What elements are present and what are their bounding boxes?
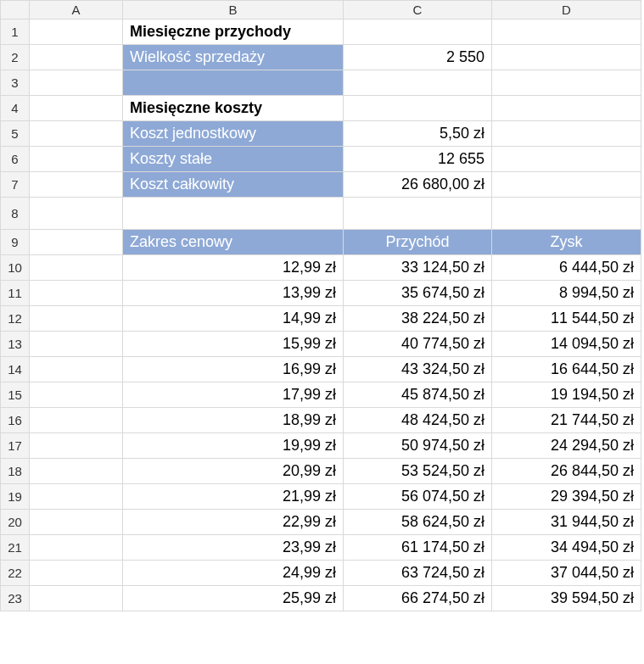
row-header[interactable]: 12: [1, 306, 30, 332]
cell-B21[interactable]: 23,99 zł: [123, 535, 344, 561]
cell-D8[interactable]: [492, 198, 641, 230]
cell-D6[interactable]: [492, 147, 641, 172]
cell-D17[interactable]: 24 294,50 zł: [492, 433, 641, 459]
cell-D13[interactable]: 14 094,50 zł: [492, 332, 641, 357]
cell-B17[interactable]: 19,99 zł: [123, 433, 344, 459]
cell-C4[interactable]: [344, 96, 492, 121]
row-header[interactable]: 5: [1, 121, 30, 147]
cell-D14[interactable]: 16 644,50 zł: [492, 357, 641, 382]
cell-C19[interactable]: 56 074,50 zł: [344, 484, 492, 510]
cell-D12[interactable]: 11 544,50 zł: [492, 306, 641, 332]
cell-A7[interactable]: [30, 172, 123, 198]
row-header[interactable]: 7: [1, 172, 30, 198]
cell-D18[interactable]: 26 844,50 zł: [492, 459, 641, 484]
cell-A10[interactable]: [30, 255, 123, 281]
row-header[interactable]: 18: [1, 459, 30, 484]
cell-B9[interactable]: Zakres cenowy: [123, 230, 344, 255]
row-header[interactable]: 9: [1, 230, 30, 255]
cell-B10[interactable]: 12,99 zł: [123, 255, 344, 281]
cell-C1[interactable]: [344, 20, 492, 45]
cell-B14[interactable]: 16,99 zł: [123, 357, 344, 382]
cell-A19[interactable]: [30, 484, 123, 510]
cell-D16[interactable]: 21 744,50 zł: [492, 408, 641, 433]
cell-A4[interactable]: [30, 96, 123, 121]
cell-A20[interactable]: [30, 510, 123, 535]
row-header[interactable]: 1: [1, 20, 30, 45]
cell-C14[interactable]: 43 324,50 zł: [344, 357, 492, 382]
cell-C22[interactable]: 63 724,50 zł: [344, 561, 492, 586]
row-header[interactable]: 19: [1, 484, 30, 510]
cell-C18[interactable]: 53 524,50 zł: [344, 459, 492, 484]
cell-D19[interactable]: 29 394,50 zł: [492, 484, 641, 510]
col-header-A[interactable]: A: [30, 1, 123, 20]
cell-A15[interactable]: [30, 382, 123, 408]
cell-B15[interactable]: 17,99 zł: [123, 382, 344, 408]
cell-D3[interactable]: [492, 70, 641, 96]
row-header[interactable]: 23: [1, 586, 30, 611]
cell-A12[interactable]: [30, 306, 123, 332]
cell-A14[interactable]: [30, 357, 123, 382]
cell-B8[interactable]: [123, 198, 344, 230]
cell-C5[interactable]: 5,50 zł: [344, 121, 492, 147]
row-header[interactable]: 3: [1, 70, 30, 96]
row-header[interactable]: 14: [1, 357, 30, 382]
cell-C3[interactable]: [344, 70, 492, 96]
cell-A8[interactable]: [30, 198, 123, 230]
cell-A9[interactable]: [30, 230, 123, 255]
cell-C8[interactable]: [344, 198, 492, 230]
row-header[interactable]: 16: [1, 408, 30, 433]
cell-A5[interactable]: [30, 121, 123, 147]
cell-C20[interactable]: 58 624,50 zł: [344, 510, 492, 535]
cell-B23[interactable]: 25,99 zł: [123, 586, 344, 611]
cell-A22[interactable]: [30, 561, 123, 586]
row-header[interactable]: 4: [1, 96, 30, 121]
cell-D7[interactable]: [492, 172, 641, 198]
cell-D22[interactable]: 37 044,50 zł: [492, 561, 641, 586]
cell-B4[interactable]: Miesięczne koszty: [123, 96, 344, 121]
cell-C7[interactable]: 26 680,00 zł: [344, 172, 492, 198]
cell-B2[interactable]: Wielkość sprzedaży: [123, 45, 344, 70]
cell-D1[interactable]: [492, 20, 641, 45]
row-header[interactable]: 2: [1, 45, 30, 70]
cell-B19[interactable]: 21,99 zł: [123, 484, 344, 510]
cell-A18[interactable]: [30, 459, 123, 484]
cell-A6[interactable]: [30, 147, 123, 172]
cell-C11[interactable]: 35 674,50 zł: [344, 281, 492, 306]
cell-B3[interactable]: [123, 70, 344, 96]
cell-B22[interactable]: 24,99 zł: [123, 561, 344, 586]
row-header[interactable]: 20: [1, 510, 30, 535]
cell-D21[interactable]: 34 494,50 zł: [492, 535, 641, 561]
cell-D5[interactable]: [492, 121, 641, 147]
cell-C16[interactable]: 48 424,50 zł: [344, 408, 492, 433]
cell-D4[interactable]: [492, 96, 641, 121]
cell-B18[interactable]: 20,99 zł: [123, 459, 344, 484]
cell-B13[interactable]: 15,99 zł: [123, 332, 344, 357]
cell-B16[interactable]: 18,99 zł: [123, 408, 344, 433]
spreadsheet[interactable]: A B C D 1 Miesięczne przychody 2 Wielkoś…: [0, 0, 641, 611]
row-header[interactable]: 15: [1, 382, 30, 408]
cell-D9[interactable]: Zysk: [492, 230, 641, 255]
cell-C23[interactable]: 66 274,50 zł: [344, 586, 492, 611]
cell-A1[interactable]: [30, 20, 123, 45]
cell-C21[interactable]: 61 174,50 zł: [344, 535, 492, 561]
cell-C15[interactable]: 45 874,50 zł: [344, 382, 492, 408]
cell-C13[interactable]: 40 774,50 zł: [344, 332, 492, 357]
row-header[interactable]: 6: [1, 147, 30, 172]
row-header[interactable]: 8: [1, 198, 30, 230]
cell-A17[interactable]: [30, 433, 123, 459]
cell-B7[interactable]: Koszt całkowity: [123, 172, 344, 198]
cell-B20[interactable]: 22,99 zł: [123, 510, 344, 535]
cell-A3[interactable]: [30, 70, 123, 96]
cell-B11[interactable]: 13,99 zł: [123, 281, 344, 306]
cell-C9[interactable]: Przychód: [344, 230, 492, 255]
cell-D15[interactable]: 19 194,50 zł: [492, 382, 641, 408]
cell-C12[interactable]: 38 224,50 zł: [344, 306, 492, 332]
row-header[interactable]: 17: [1, 433, 30, 459]
col-header-D[interactable]: D: [492, 1, 641, 20]
cell-A13[interactable]: [30, 332, 123, 357]
cell-C17[interactable]: 50 974,50 zł: [344, 433, 492, 459]
cell-B5[interactable]: Koszt jednostkowy: [123, 121, 344, 147]
cell-A11[interactable]: [30, 281, 123, 306]
col-header-B[interactable]: B: [123, 1, 344, 20]
cell-D2[interactable]: [492, 45, 641, 70]
